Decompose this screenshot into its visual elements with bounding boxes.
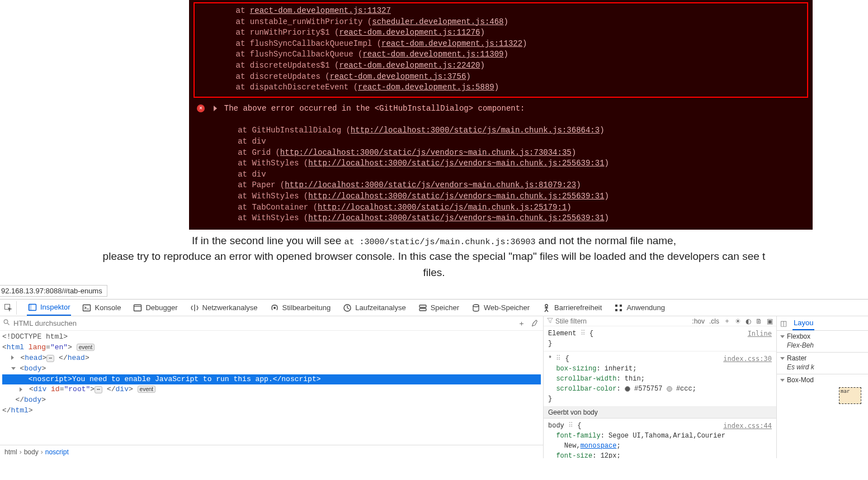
source-link[interactable]: react-dom.development.js:5889	[358, 83, 494, 92]
filter-icon	[547, 317, 553, 325]
flexbox-body: Flex-Beh	[780, 340, 865, 350]
caret-icon[interactable]	[20, 387, 25, 392]
source-link[interactable]: http://localhost:3000/static/js/vendors~…	[285, 180, 576, 189]
caret-down-icon	[780, 335, 785, 338]
stack-frame: at Paper (http://localhost:3000/static/j…	[189, 180, 813, 191]
color-swatch[interactable]	[667, 386, 672, 392]
source-link[interactable]: http://localhost:3000/static/js/main.chu…	[351, 126, 600, 135]
source-link[interactable]: Inline	[748, 329, 772, 339]
crumb-noscript[interactable]: noscript	[45, 448, 69, 456]
stack-frame: at div	[189, 169, 813, 180]
add-rule-button[interactable]: ＋	[724, 316, 730, 326]
source-link[interactable]: react-dom.development.js:11327	[250, 6, 391, 15]
devtools-tab-konsole[interactable]: Konsole	[81, 300, 122, 316]
source-link[interactable]: scheduler.development.js:468	[372, 17, 503, 26]
url-fragment: 92.168.13.97:8088/#tab-enums	[0, 285, 107, 297]
source-link[interactable]: react-dom.development.js:11322	[381, 39, 522, 48]
dom-inspector-panel: ＋ <!DOCTYPE html> <html lang="en"> event…	[0, 316, 544, 458]
raster-section[interactable]: Raster	[780, 354, 865, 362]
crumb-body[interactable]: body	[24, 448, 39, 456]
styleeditor-icon	[270, 303, 279, 312]
error-icon: ✕	[197, 104, 205, 112]
svg-rect-9	[419, 308, 426, 311]
inspector-icon	[28, 303, 37, 312]
dom-breadcrumb[interactable]: html › body › noscript	[0, 445, 543, 458]
flexbox-section[interactable]: Flexbox	[780, 332, 865, 340]
stack-trace-box: at react-dom.development.js:11327 at uns…	[194, 2, 808, 98]
light-theme-icon[interactable]: ☀	[735, 317, 741, 325]
source-link[interactable]: http://localhost:3000/static/js/vendors~…	[280, 148, 572, 157]
class-toggle[interactable]: .cls	[709, 317, 719, 325]
source-link[interactable]: index.css:30	[723, 354, 772, 364]
stack-frame: at runWithPriority$1 (react-dom.developm…	[206, 27, 796, 39]
boxmodel-section[interactable]: Box-Mod	[780, 376, 865, 384]
print-media-icon[interactable]: 🗎	[756, 317, 762, 325]
source-link[interactable]: http://localhost:3000/static/js/vendors~…	[308, 192, 604, 201]
element-picker-icon[interactable]	[3, 301, 17, 315]
universal-rule[interactable]: * ⠿ { index.css:30 box-sizing: inherit; …	[544, 351, 776, 407]
error-console: at react-dom.development.js:11327 at uns…	[189, 0, 813, 230]
stack-frame: at TabContainer (http://localhost:3000/s…	[189, 202, 813, 213]
svg-rect-13	[620, 305, 622, 307]
hover-toggle[interactable]: :hov	[692, 317, 705, 325]
svg-point-6	[273, 307, 276, 309]
event-badge[interactable]: event	[77, 344, 95, 351]
network-icon	[190, 303, 199, 312]
panel-layout-icon[interactable]: ▣	[767, 317, 773, 325]
ellipsis-badge[interactable]: ⋯	[95, 386, 102, 393]
source-link[interactable]: http://localhost:3000/static/js/vendors~…	[308, 159, 604, 168]
devtools: InspektorKonsoleDebuggerNetzwerkanalyseS…	[0, 299, 868, 458]
event-badge[interactable]: event	[138, 386, 155, 393]
source-link[interactable]: index.css:44	[723, 421, 772, 431]
layout-tab[interactable]: Layou	[792, 316, 814, 330]
source-link[interactable]: react-dom.development.js:11309	[362, 50, 503, 59]
devtools-tab-anwendung[interactable]: Anwendung	[613, 300, 666, 316]
source-link[interactable]: http://localhost:3000/static/js/vendors~…	[308, 213, 604, 222]
devtools-tab-netzwerkanalyse[interactable]: Netzwerkanalyse	[189, 300, 259, 316]
devtools-tab-inspektor[interactable]: Inspektor	[27, 300, 71, 316]
chevron-right-icon: ›	[20, 448, 22, 456]
devtools-tabstrip: InspektorKonsoleDebuggerNetzwerkanalyseS…	[0, 300, 868, 316]
source-link[interactable]: react-dom.development.js:3756	[330, 72, 466, 81]
ellipsis-badge[interactable]: ⋯	[46, 355, 54, 362]
source-link[interactable]: react-dom.development.js:22420	[339, 61, 480, 70]
styles-panel: :hov .cls ＋ ☀ ◐ 🗎 ▣ Element ⠿ { Inline }…	[544, 316, 777, 458]
raster-body: Es wird k	[780, 362, 865, 372]
dark-theme-icon[interactable]: ◐	[746, 317, 751, 325]
svg-rect-2	[29, 304, 32, 310]
selected-dom-node[interactable]: <noscript>You need to enable JavaScript …	[2, 374, 541, 385]
svg-rect-8	[419, 305, 426, 307]
dom-tree[interactable]: <!DOCTYPE html> <html lang="en"> event <…	[0, 331, 543, 445]
memory-icon	[418, 303, 427, 312]
html-search-input[interactable]	[13, 319, 513, 327]
stack-frame: at div	[189, 136, 813, 148]
svg-line-17	[8, 324, 10, 325]
add-element-button[interactable]: ＋	[516, 319, 526, 329]
panel-split-icon[interactable]: ◫	[780, 319, 787, 327]
stack-frame: at discreteUpdates (react-dom.developmen…	[206, 72, 796, 83]
devtools-tab-debugger[interactable]: Debugger	[132, 300, 178, 316]
color-swatch[interactable]	[625, 386, 630, 392]
box-model-diagram[interactable]: mar	[839, 387, 861, 404]
stack-frame: at dispatchDiscreteEvent (react-dom.deve…	[206, 82, 796, 93]
chevron-right-icon: ›	[41, 448, 43, 456]
stack-frame: at flushSyncCallbackQueue (react-dom.dev…	[206, 49, 796, 60]
styles-filter-input[interactable]	[555, 317, 687, 325]
devtools-tab-laufzeitanalyse[interactable]: Laufzeitanalyse	[342, 300, 407, 316]
caret-down-icon[interactable]	[11, 367, 16, 370]
crumb-html[interactable]: html	[4, 448, 17, 456]
debugger-icon	[133, 303, 142, 312]
devtools-tab-barrierefreiheit[interactable]: Barrierefreiheit	[541, 300, 603, 316]
devtools-tab-stilbearbeitung[interactable]: Stilbearbeitung	[269, 300, 332, 316]
eyedropper-icon[interactable]	[530, 319, 540, 329]
source-link[interactable]: http://localhost:3000/static/js/main.chu…	[318, 203, 567, 212]
devtools-tab-speicher[interactable]: Speicher	[417, 300, 460, 316]
layout-sidebar: ◫ Layou Flexbox Flex-Beh Raster Es wird …	[777, 316, 868, 458]
stack-frame: at WithStyles (http://localhost:3000/sta…	[189, 158, 813, 169]
caret-icon[interactable]	[11, 355, 16, 360]
element-rule[interactable]: Element ⠿ { Inline }	[544, 326, 776, 351]
source-link[interactable]: react-dom.development.js:11276	[339, 28, 480, 37]
expand-caret-icon[interactable]	[214, 106, 217, 111]
body-rule[interactable]: body ⠿ { index.css:44 font-family: Segoe…	[544, 419, 776, 458]
devtools-tab-web-speicher[interactable]: Web-Speicher	[470, 300, 531, 316]
